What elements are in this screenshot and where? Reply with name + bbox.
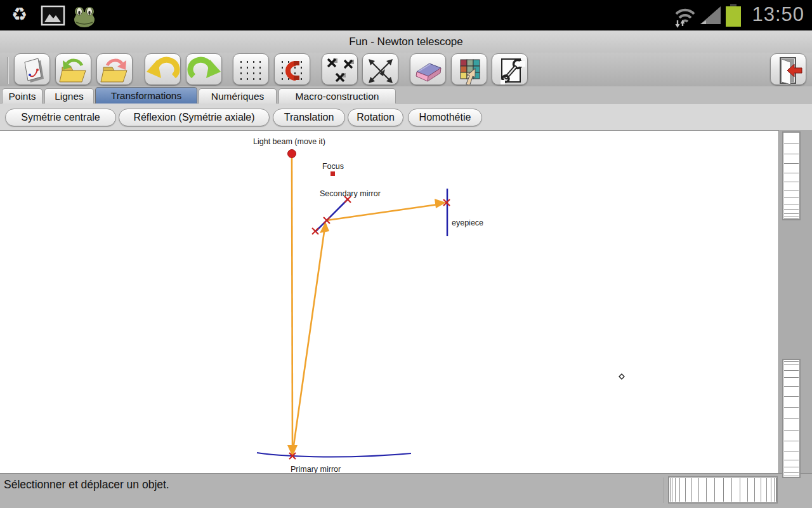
light-beam-point[interactable] <box>288 150 296 158</box>
move-view-icon <box>363 55 398 85</box>
status-message: Sélectionner et déplacer un objet. <box>4 478 169 491</box>
save-file-icon <box>97 55 133 85</box>
ruler-tick <box>784 163 799 164</box>
tab-macro-construction[interactable]: Macro-construction <box>278 88 396 104</box>
ruler-tick <box>784 361 799 362</box>
ruler-tick <box>784 451 799 451</box>
primary-mirror-label[interactable]: Primary mirror <box>291 465 341 474</box>
zoom-ruler-vertical-top[interactable] <box>782 131 801 220</box>
ruler-tick <box>784 467 799 467</box>
toolbar-separator <box>7 57 9 84</box>
primary-mirror-arc[interactable] <box>257 453 411 457</box>
undo-button[interactable] <box>145 53 181 85</box>
ruler-tick <box>784 217 799 217</box>
ruler-tick <box>784 472 799 473</box>
wifi-icon <box>671 5 697 28</box>
clock: 13:50 <box>752 3 804 26</box>
new-construction-button[interactable] <box>14 53 50 85</box>
tool-reflexion[interactable]: Réflexion (Symétrie axiale) <box>119 109 270 126</box>
ruler-tick <box>670 478 671 502</box>
ruler-tick <box>784 197 799 198</box>
ruler-tick <box>754 478 755 502</box>
ruler-tick <box>691 478 692 502</box>
redo-button[interactable] <box>186 53 222 85</box>
appearance-button[interactable] <box>451 53 487 85</box>
ruler-tick <box>761 478 761 502</box>
light-beam-label[interactable]: Light beam (move it) <box>253 137 325 146</box>
tab-points[interactable]: Points <box>2 88 43 104</box>
window-title: Fun - Newton telescope <box>349 36 463 48</box>
exit-door-icon <box>771 55 806 85</box>
tool-symetrie-centrale[interactable]: Symétrie centrale <box>5 109 116 126</box>
open-file-icon <box>56 55 91 85</box>
appearance-palette-icon <box>452 55 487 85</box>
ruler-tick <box>706 478 707 502</box>
properties-wrench-icon <box>492 55 528 85</box>
show-points-icon <box>322 55 358 85</box>
ruler-tick <box>766 478 767 502</box>
light-ray-incoming[interactable] <box>292 158 292 448</box>
ruler-tick <box>784 418 799 419</box>
secondary-mirror-line[interactable] <box>315 199 348 232</box>
show-points-button[interactable] <box>322 53 358 85</box>
exit-button[interactable] <box>770 53 806 85</box>
ruler-tick <box>747 478 748 502</box>
eraser-button[interactable] <box>410 53 446 85</box>
ruler-tick <box>784 209 799 210</box>
construction-canvas[interactable]: Light beam (move it)FocusSecondary mirro… <box>0 130 778 473</box>
tab-numeriques[interactable]: Numériques <box>199 88 277 104</box>
frog-app-icon[interactable] <box>71 4 98 29</box>
ruler-tick <box>685 478 686 502</box>
tool-rotation[interactable]: Rotation <box>348 109 403 126</box>
ruler-tick <box>784 386 799 387</box>
ruler-tick <box>784 213 799 214</box>
undo-icon <box>145 55 181 85</box>
save-file-button[interactable] <box>96 53 133 85</box>
ruler-tick <box>723 478 724 502</box>
tool-translation[interactable]: Translation <box>273 109 345 126</box>
arrowhead-down[interactable] <box>287 445 298 457</box>
ruler-tick <box>784 154 799 154</box>
ruler-tick <box>672 478 672 502</box>
properties-button[interactable] <box>492 53 528 85</box>
newton-telescope-construction[interactable]: Light beam (move it)FocusSecondary mirro… <box>0 131 778 474</box>
open-file-button[interactable] <box>55 53 91 85</box>
ruler-tick <box>784 364 799 365</box>
ruler-tick <box>784 143 799 144</box>
ruler-tick <box>784 476 799 476</box>
tab-lignes[interactable]: Lignes <box>44 88 94 104</box>
ruler-tick <box>784 190 799 190</box>
ruler-tick <box>740 478 740 502</box>
tool-homothetie[interactable]: Homothétie <box>408 109 482 126</box>
ruler-separator <box>663 478 664 503</box>
ruler-tick <box>784 407 799 408</box>
ruler-tick <box>784 204 799 204</box>
scroll-ruler-horizontal[interactable] <box>668 476 778 504</box>
light-ray-to-eyepiece[interactable] <box>327 204 442 220</box>
scroll-ruler-vertical[interactable] <box>782 359 801 478</box>
ruler-tick <box>784 396 799 397</box>
gallery-icon[interactable] <box>41 5 66 27</box>
ruler-tick <box>784 370 799 371</box>
magnet-icon <box>275 55 310 85</box>
tab-transformations[interactable]: Transformations <box>95 87 197 104</box>
free-point[interactable] <box>619 374 624 379</box>
focus-point[interactable] <box>331 171 335 176</box>
signal-icon <box>699 5 722 25</box>
secondary-mirror-label[interactable]: Secondary mirror <box>320 189 381 198</box>
ruler-tick <box>774 478 775 502</box>
light-ray-reflected[interactable] <box>292 227 325 454</box>
ruler-tick <box>784 182 799 182</box>
grid-button[interactable] <box>233 53 269 85</box>
eyepiece-label[interactable]: eyepiece <box>452 218 483 227</box>
recycle-icon[interactable]: ♻ <box>11 4 27 25</box>
redo-icon <box>187 55 222 85</box>
grid-snap-button[interactable] <box>274 53 310 85</box>
ruler-tick <box>679 478 680 502</box>
move-view-button[interactable] <box>362 53 398 85</box>
ruler-tick <box>784 377 799 378</box>
ruler-tick <box>675 478 676 502</box>
grid-icon <box>237 58 266 82</box>
focus-label[interactable]: Focus <box>322 162 344 171</box>
title-bar: Fun - Newton telescope <box>0 30 812 53</box>
